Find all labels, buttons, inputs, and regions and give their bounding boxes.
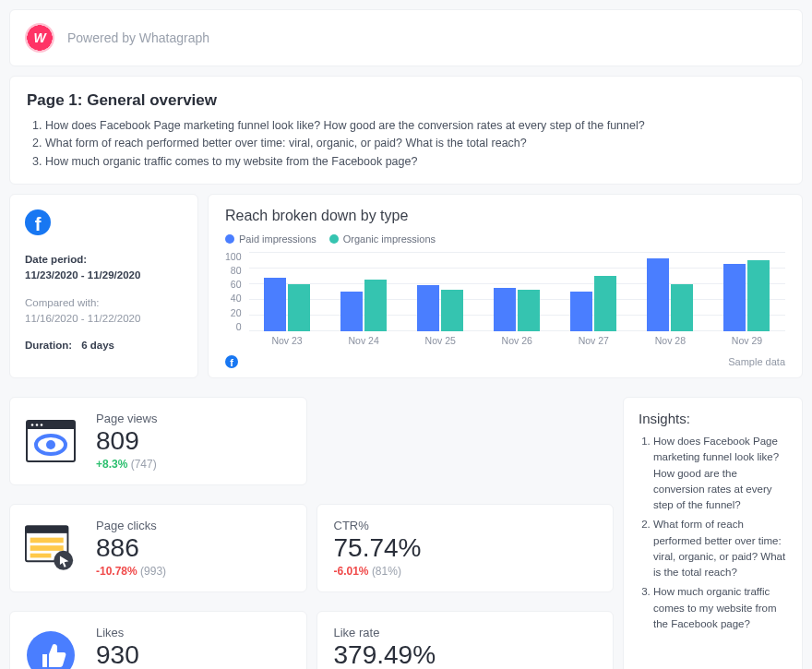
- metric-text: Like rate 379.49% +396.76% (76%): [334, 626, 436, 669]
- x-tick: Nov 26: [479, 335, 555, 346]
- metric-value: 809: [96, 425, 157, 457]
- insight-item: How much organic traffic comes to my web…: [653, 584, 787, 632]
- duration: Duration: 6 days: [25, 338, 183, 352]
- metric-likes: Likes 930 +4.38% (891): [9, 611, 307, 669]
- delta-negative: -10.78%: [96, 565, 137, 578]
- legend-paid: Paid impressions: [225, 233, 316, 245]
- y-tick: 20: [225, 308, 242, 318]
- overview-questions: How does Facebook Page marketing funnel …: [27, 117, 785, 171]
- metric-ctr: CTR% 75.74% -6.01% (81%): [316, 504, 615, 592]
- bar-organic: [518, 290, 540, 331]
- page-title: Page 1: General overview: [27, 91, 785, 110]
- metric-delta: -6.01% (81%): [334, 565, 422, 578]
- svg-point-2: [30, 424, 33, 426]
- metric-label: Page clicks: [96, 519, 166, 532]
- legend-label: Paid impressions: [239, 233, 316, 245]
- metric-label: Likes: [96, 626, 162, 639]
- bar-paid: [340, 292, 363, 331]
- compared-with: Compared with: 11/16/2020 - 11/22/2020: [25, 295, 183, 328]
- metric-label: Page views: [96, 412, 157, 425]
- svg-rect-10: [30, 545, 64, 551]
- x-tick: Nov 27: [555, 335, 632, 346]
- bar-group: [632, 258, 709, 331]
- delta-prev: (747): [131, 458, 157, 471]
- chart-x-axis: Nov 23Nov 24Nov 25Nov 26Nov 27Nov 28Nov …: [249, 335, 785, 346]
- reach-chart-panel: Reach broken down by type Paid impressio…: [208, 194, 803, 378]
- svg-point-3: [35, 424, 38, 426]
- legend-label: Organic impressions: [343, 233, 436, 245]
- overview-question: How does Facebook Page marketing funnel …: [45, 117, 785, 135]
- x-tick: Nov 24: [326, 335, 402, 346]
- compared-value: 11/16/2020 - 11/22/2020: [25, 311, 183, 327]
- header-bar: W Powered by Whatagraph: [9, 9, 803, 66]
- bar-paid: [494, 288, 516, 331]
- bar-organic: [288, 284, 310, 332]
- chart-bars: [249, 252, 785, 331]
- svg-rect-1: [27, 421, 75, 429]
- sample-data-label: Sample data: [728, 356, 785, 367]
- metrics-right-column: CTR% 75.74% -6.01% (81%) Like rate 379.4…: [316, 397, 615, 669]
- metric-value: 930: [96, 639, 162, 669]
- bar-organic: [671, 284, 693, 332]
- metric-text: Likes 930 +4.38% (891): [96, 626, 162, 669]
- bar-group: [326, 280, 402, 331]
- x-tick: Nov 29: [709, 335, 785, 346]
- svg-point-4: [40, 424, 42, 426]
- bar-paid: [647, 258, 669, 331]
- page-clicks-icon: [25, 523, 76, 574]
- bar-organic: [364, 280, 387, 331]
- powered-by-label: Powered by Whatagraph: [67, 30, 209, 45]
- bar-group: [555, 276, 632, 331]
- svg-rect-11: [30, 554, 52, 558]
- bar-paid: [417, 285, 439, 331]
- bar-group: [402, 285, 479, 331]
- metric-text: Page clicks 886 -10.78% (993): [96, 519, 166, 579]
- metric-label: CTR%: [334, 519, 422, 532]
- whatagraph-logo-icon: W: [25, 23, 54, 53]
- bar-organic: [594, 276, 616, 331]
- y-tick: 100: [225, 252, 242, 262]
- likes-icon: [25, 630, 76, 669]
- svg-point-6: [46, 440, 55, 449]
- delta-negative: -6.01%: [334, 565, 369, 578]
- metric-value: 379.49%: [334, 639, 436, 669]
- page-views-icon: [25, 416, 76, 467]
- x-tick: Nov 23: [249, 335, 326, 346]
- chart-legend: Paid impressions Organic impressions: [225, 233, 785, 245]
- x-tick: Nov 25: [402, 335, 479, 346]
- x-tick: Nov 28: [632, 335, 709, 346]
- metrics-left-column: Page views 809 +8.3% (747) Page clicks: [9, 397, 307, 669]
- svg-rect-9: [30, 538, 64, 544]
- metric-page-views: Page views 809 +8.3% (747): [9, 397, 307, 485]
- delta-prev: (993): [140, 565, 166, 578]
- duration-label: Duration:: [25, 340, 72, 351]
- overview-question: What form of reach performed better over…: [45, 135, 785, 152]
- legend-dot-icon: [225, 234, 234, 244]
- duration-value-text: 6 days: [81, 340, 114, 351]
- metric-text: Page views 809 +8.3% (747): [96, 412, 157, 472]
- insight-item: How does Facebook Page marketing funnel …: [653, 434, 787, 513]
- delta-prev: (81%): [372, 565, 401, 578]
- bar-organic: [441, 290, 463, 331]
- y-tick: 40: [225, 293, 242, 304]
- insights-panel: Insights: How does Facebook Page marketi…: [623, 397, 803, 669]
- chart-footer: f Sample data: [225, 355, 785, 368]
- metric-value: 75.74%: [334, 532, 422, 564]
- bar-paid: [570, 292, 592, 331]
- delta-positive: +8.3%: [96, 458, 127, 471]
- chart-plot: Nov 23Nov 24Nov 25Nov 26Nov 27Nov 28Nov …: [249, 252, 785, 346]
- date-panel: f Date period: 11/23/2020 - 11/29/2020 C…: [9, 194, 198, 378]
- y-tick: 0: [225, 322, 242, 332]
- bar-group: [479, 288, 555, 331]
- overview-panel: Page 1: General overview How does Facebo…: [9, 76, 803, 185]
- metric-like-rate: Like rate 379.49% +396.76% (76%): [316, 611, 615, 669]
- bar-group: [249, 278, 326, 331]
- y-tick: 80: [225, 266, 242, 276]
- facebook-icon: f: [225, 355, 238, 368]
- metric-delta: -10.78% (993): [96, 565, 166, 578]
- y-tick: 60: [225, 280, 242, 290]
- date-period-value: 11/23/2020 - 11/29/2020: [25, 268, 183, 283]
- metric-text: CTR% 75.74% -6.01% (81%): [334, 519, 422, 579]
- metric-page-clicks: Page clicks 886 -10.78% (993): [9, 504, 307, 592]
- metric-delta: +8.3% (747): [96, 458, 157, 471]
